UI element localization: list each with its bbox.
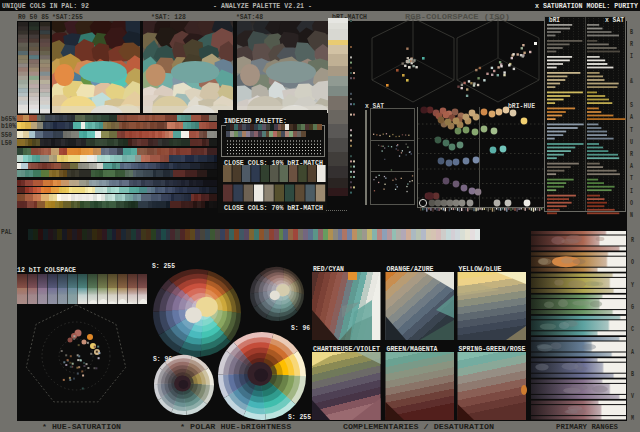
svg-text:- ANALYZE PALETTE V2.21 -: - ANALYZE PALETTE V2.21 - [213,2,312,10]
svg-text:GREEN/MAGENTA: GREEN/MAGENTA [387,345,439,353]
svg-text:S: 255: S: 255 [152,262,175,270]
svg-text:S: 96: S: 96 [153,355,172,363]
svg-text:RED/CYAN: RED/CYAN [313,265,344,273]
svg-text:U: U [630,138,633,146]
svg-text:YELLOW/bLUE: YELLOW/bLUE [459,265,502,273]
svg-text:T: T [630,126,633,134]
svg-text:*SAT:255: *SAT:255 [52,13,83,21]
svg-text:PAL: PAL [1,228,12,236]
svg-text:O: O [630,199,633,207]
svg-text:ORANGE/AZURE: ORANGE/AZURE [387,265,434,273]
svg-text:x SATURATION MODEL: PURITY: x SATURATION MODEL: PURITY [535,2,639,10]
svg-text:I: I [630,52,633,60]
svg-text:R0 50 85: R0 50 85 [18,13,49,21]
svg-text:O: O [631,258,634,266]
svg-text:*SAT:48: *SAT:48 [236,13,263,21]
svg-text:b10%: b10% [1,122,17,130]
svg-text:L50: L50 [1,139,12,147]
svg-text:CLOSE COLS: 70% bRI-MATCH: CLOSE COLS: 70% bRI-MATCH [224,204,323,212]
svg-text:COMPLEMENTARIES / DESATURATION: COMPLEMENTARIES / DESATURATION [343,422,494,431]
svg-text:N: N [630,211,633,219]
svg-text:SPRING-GREEN/ROSE: SPRING-GREEN/ROSE [459,345,526,353]
svg-text:bRI-HUE: bRI-HUE [508,102,535,110]
svg-text:PRIMARY RANGES: PRIMARY RANGES [556,422,618,431]
svg-text:CHARTREUSE/VIOLET: CHARTREUSE/VIOLET [313,345,380,353]
svg-text:G: G [631,303,634,311]
svg-text:I: I [630,187,633,195]
svg-text:S: S [630,101,633,109]
svg-text:*SAT: 128: *SAT: 128 [151,13,186,21]
svg-text:INDEXED PALETTE:: INDEXED PALETTE: [224,117,287,125]
svg-text:T: T [630,174,633,182]
svg-text:S: 96: S: 96 [291,324,310,332]
svg-text:M: M [631,414,634,422]
svg-text:C: C [631,325,634,333]
svg-text:* HUE-SATURATION: * HUE-SATURATION [42,422,121,431]
svg-text:S: 255: S: 255 [288,413,311,421]
svg-text:bRI: bRI [549,16,560,24]
svg-text:S50: S50 [1,131,12,139]
svg-text:12 bIT COLSPACE: 12 bIT COLSPACE [17,266,76,274]
svg-text:b65%: b65% [1,115,17,123]
svg-text:UNIQUE COLS IN PAL: 92: UNIQUE COLS IN PAL: 92 [2,2,89,10]
svg-text:x SAT: x SAT [605,16,624,24]
svg-text:* POLAR HUE-bRIGHTNESS: * POLAR HUE-bRIGHTNESS [180,422,291,431]
